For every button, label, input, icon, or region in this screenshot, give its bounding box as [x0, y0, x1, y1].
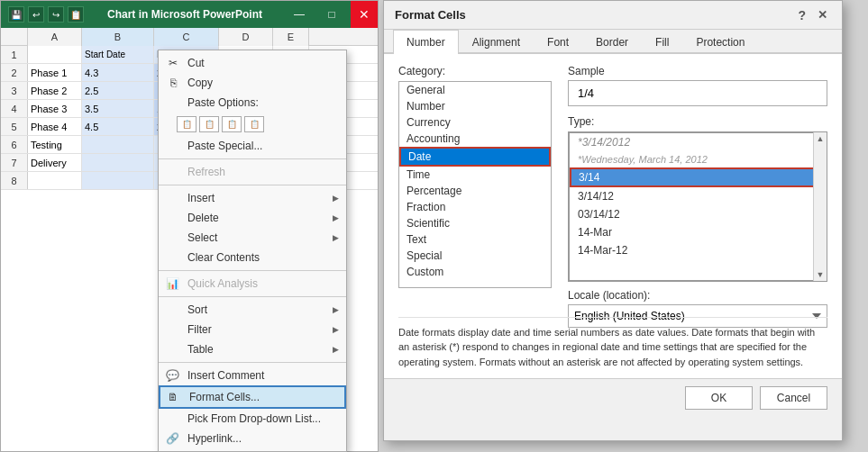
tab-font[interactable]: Font	[534, 30, 582, 54]
category-time[interactable]: Time	[399, 167, 551, 183]
title-bar-icons: 💾 ↩ ↪ 📋	[8, 6, 84, 23]
scroll-down-arrow[interactable]: ▼	[817, 270, 825, 279]
cell-a4[interactable]: Phase 3	[28, 100, 82, 117]
col-header-c[interactable]: C	[154, 28, 219, 46]
menu-format-cells[interactable]: 🗎 Format Cells...	[159, 385, 346, 409]
cell-b4[interactable]: 3.5	[82, 100, 154, 117]
cell-a8[interactable]	[28, 172, 82, 189]
cell-b1[interactable]: Start Date	[82, 46, 154, 63]
type-item-6[interactable]: 14-Mar-12	[570, 241, 826, 259]
cell-a6[interactable]: Testing	[28, 136, 82, 153]
dialog-footer: OK Cancel	[384, 378, 842, 416]
cancel-button[interactable]: Cancel	[760, 386, 827, 410]
paste-icon-4: 📋	[244, 116, 264, 132]
category-scientific[interactable]: Scientific	[399, 215, 551, 231]
undo-icon[interactable]: ↩	[28, 6, 44, 23]
ok-button[interactable]: OK	[685, 386, 753, 410]
category-accounting[interactable]: Accounting	[399, 131, 551, 147]
menu-insert-comment[interactable]: 💬 Insert Comment	[159, 366, 346, 385]
redo-icon[interactable]: ↪	[48, 6, 64, 23]
category-currency[interactable]: Currency	[399, 114, 551, 131]
tab-border[interactable]: Border	[582, 30, 642, 54]
row-num: 4	[1, 100, 28, 117]
menu-delete-label: Delete	[187, 212, 219, 224]
type-scrollbar[interactable]: ▲ ▼	[813, 132, 827, 281]
cell-a5[interactable]: Phase 4	[28, 118, 82, 135]
cell-b2[interactable]: 4.3	[82, 64, 154, 81]
row-num: 7	[1, 154, 28, 171]
dialog-title-text: Format Cells	[395, 8, 798, 22]
menu-select-label: Select	[187, 231, 217, 244]
type-item-5[interactable]: 14-Mar	[570, 223, 826, 241]
menu-copy-label: Copy	[187, 77, 213, 89]
menu-select[interactable]: Select	[159, 228, 346, 248]
cell-b8[interactable]	[82, 172, 154, 189]
menu-pick-dropdown-label: Pick From Drop-down List...	[187, 412, 321, 425]
menu-hyperlink-icon: 🔗	[166, 432, 179, 445]
menu-paste-special[interactable]: Paste Special...	[159, 136, 346, 156]
category-number[interactable]: Number	[399, 98, 551, 114]
menu-hyperlink[interactable]: 🔗 Hyperlink...	[159, 429, 346, 448]
category-general[interactable]: General	[399, 82, 551, 98]
minimize-button[interactable]: —	[286, 1, 313, 28]
dialog-help-button[interactable]: ?	[798, 8, 806, 23]
menu-clear-contents[interactable]: Clear Contents	[159, 248, 346, 267]
type-label: Type:	[568, 115, 827, 128]
scroll-up-arrow[interactable]: ▲	[817, 134, 825, 143]
cell-b5[interactable]: 4.5	[82, 118, 154, 135]
category-fraction[interactable]: Fraction	[399, 199, 551, 215]
dialog-close-button[interactable]: ✕	[813, 6, 831, 24]
type-item-4[interactable]: 03/14/12	[570, 205, 826, 223]
menu-cut[interactable]: ✂ Cut	[159, 53, 346, 73]
menu-refresh: Refresh	[159, 162, 346, 182]
category-custom[interactable]: Custom	[399, 264, 551, 280]
tab-number[interactable]: Number	[393, 30, 459, 54]
menu-table[interactable]: Table	[159, 339, 346, 359]
menu-format-cells-icon: 🗎	[168, 391, 178, 403]
category-special[interactable]: Special	[399, 248, 551, 264]
category-text[interactable]: Text	[399, 231, 551, 248]
menu-copy[interactable]: ⎘ Copy	[159, 73, 346, 93]
menu-hyperlink-label: Hyperlink...	[187, 432, 242, 445]
column-headers: A B C D E	[1, 28, 378, 46]
menu-pick-dropdown[interactable]: Pick From Drop-down List...	[159, 409, 346, 429]
col-header-b[interactable]: B	[82, 28, 154, 46]
category-percentage[interactable]: Percentage	[399, 183, 551, 199]
col-header-a[interactable]: A	[28, 28, 82, 46]
type-item-3[interactable]: 3/14/12	[570, 187, 826, 205]
type-list[interactable]: *3/14/2012 *Wednesday, March 14, 2012 3/…	[569, 132, 827, 281]
cell-b3[interactable]: 2.5	[82, 82, 154, 99]
tab-alignment[interactable]: Alignment	[459, 30, 534, 54]
paste-icon-1: 📋	[177, 116, 196, 132]
embed-icon[interactable]: 📋	[68, 6, 84, 23]
cell-b7[interactable]	[82, 154, 154, 171]
cell-b6[interactable]	[82, 136, 154, 153]
type-list-container: *3/14/2012 *Wednesday, March 14, 2012 3/…	[568, 131, 827, 282]
menu-paste-icons[interactable]: 📋 📋 📋 📋	[159, 113, 346, 136]
save-icon[interactable]: 💾	[8, 6, 24, 23]
type-item-2[interactable]: 3/14	[570, 167, 826, 187]
type-item-1[interactable]: *Wednesday, March 14, 2012	[570, 151, 826, 167]
menu-filter[interactable]: Filter	[159, 320, 346, 339]
cell-a7[interactable]: Delivery	[28, 154, 82, 171]
locale-label: Locale (location):	[568, 289, 827, 302]
tab-protection[interactable]: Protection	[682, 30, 758, 54]
type-item-0[interactable]: *3/14/2012	[570, 133, 826, 151]
col-header-e[interactable]: E	[273, 28, 309, 46]
menu-delete[interactable]: Delete	[159, 208, 346, 228]
cell-a3[interactable]: Phase 2	[28, 82, 82, 99]
cell-a2[interactable]: Phase 1	[28, 64, 82, 81]
sample-value: 1/4	[578, 86, 594, 100]
row-num: 2	[1, 64, 28, 81]
col-header-d[interactable]: D	[219, 28, 273, 46]
menu-insert-comment-icon: 💬	[166, 369, 179, 382]
category-list[interactable]: General Number Currency Accounting Date …	[398, 81, 552, 288]
tab-fill[interactable]: Fill	[642, 30, 682, 54]
close-button[interactable]: ✕	[351, 1, 378, 28]
menu-paste-options: Paste Options:	[159, 93, 346, 113]
maximize-button[interactable]: □	[318, 1, 345, 28]
category-date[interactable]: Date	[399, 147, 551, 167]
menu-sort[interactable]: Sort	[159, 300, 346, 320]
cell-a1[interactable]	[28, 46, 82, 63]
menu-insert[interactable]: Insert	[159, 188, 346, 208]
